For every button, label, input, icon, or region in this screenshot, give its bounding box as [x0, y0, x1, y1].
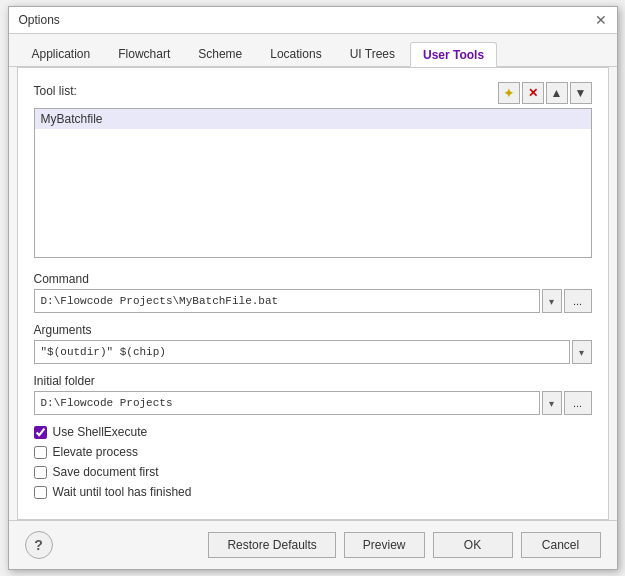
- preview-button[interactable]: Preview: [344, 532, 425, 558]
- tool-list-header: Tool list: ✦ ✕ ▲ ▼: [34, 82, 592, 104]
- dropdown-icon: ▾: [579, 347, 584, 358]
- down-arrow-icon: ▼: [575, 86, 587, 100]
- tool-list-buttons: ✦ ✕ ▲ ▼: [498, 82, 592, 104]
- options-dialog: Options ✕ Application Flowchart Scheme L…: [8, 6, 618, 570]
- checkbox-use-shell-execute-row: Use ShellExecute: [34, 425, 592, 439]
- arguments-input-group: ▾: [34, 340, 592, 364]
- dialog-title: Options: [19, 13, 60, 27]
- tab-user-tools[interactable]: User Tools: [410, 42, 497, 67]
- tool-list-label: Tool list:: [34, 84, 77, 98]
- footer: ? Restore Defaults Preview OK Cancel: [9, 520, 617, 569]
- add-tool-button[interactable]: ✦: [498, 82, 520, 104]
- tab-locations[interactable]: Locations: [257, 42, 334, 66]
- tool-list-box: MyBatchfile: [34, 108, 592, 258]
- footer-left: ?: [25, 531, 53, 559]
- arguments-input[interactable]: [34, 340, 570, 364]
- cancel-button[interactable]: Cancel: [521, 532, 601, 558]
- elevate-process-checkbox[interactable]: [34, 446, 47, 459]
- initial-folder-field-row: Initial folder ▾ ...: [34, 374, 592, 415]
- arguments-dropdown-button[interactable]: ▾: [572, 340, 592, 364]
- help-button[interactable]: ?: [25, 531, 53, 559]
- checkbox-elevate-process-row: Elevate process: [34, 445, 592, 459]
- checkbox-save-document-row: Save document first: [34, 465, 592, 479]
- elevate-process-label: Elevate process: [53, 445, 138, 459]
- dropdown-icon: ▾: [549, 398, 554, 409]
- ok-button[interactable]: OK: [433, 532, 513, 558]
- command-dropdown-button[interactable]: ▾: [542, 289, 562, 313]
- command-input-group: ▾ ...: [34, 289, 592, 313]
- footer-right: Restore Defaults Preview OK Cancel: [208, 532, 600, 558]
- wait-until-finished-label: Wait until tool has finished: [53, 485, 192, 499]
- remove-tool-button[interactable]: ✕: [522, 82, 544, 104]
- checkbox-wait-until-finished-row: Wait until tool has finished: [34, 485, 592, 499]
- use-shell-execute-label: Use ShellExecute: [53, 425, 148, 439]
- move-up-button[interactable]: ▲: [546, 82, 568, 104]
- initial-folder-browse-button[interactable]: ...: [564, 391, 592, 415]
- initial-folder-input-group: ▾ ...: [34, 391, 592, 415]
- command-browse-button[interactable]: ...: [564, 289, 592, 313]
- initial-folder-label: Initial folder: [34, 374, 592, 388]
- command-field-row: Command ▾ ...: [34, 272, 592, 313]
- title-bar: Options ✕: [9, 7, 617, 34]
- up-arrow-icon: ▲: [551, 86, 563, 100]
- arguments-label: Arguments: [34, 323, 592, 337]
- save-document-first-checkbox[interactable]: [34, 466, 47, 479]
- restore-defaults-button[interactable]: Restore Defaults: [208, 532, 335, 558]
- remove-icon: ✕: [528, 86, 538, 100]
- tab-scheme[interactable]: Scheme: [185, 42, 255, 66]
- initial-folder-dropdown-button[interactable]: ▾: [542, 391, 562, 415]
- add-icon: ✦: [503, 85, 515, 101]
- command-input[interactable]: [34, 289, 540, 313]
- save-document-first-label: Save document first: [53, 465, 159, 479]
- dropdown-icon: ▾: [549, 296, 554, 307]
- move-down-button[interactable]: ▼: [570, 82, 592, 104]
- initial-folder-input[interactable]: [34, 391, 540, 415]
- arguments-field-row: Arguments ▾: [34, 323, 592, 364]
- browse-icon: ...: [573, 295, 582, 307]
- wait-until-finished-checkbox[interactable]: [34, 486, 47, 499]
- tab-flowchart[interactable]: Flowchart: [105, 42, 183, 66]
- tab-ui-trees[interactable]: UI Trees: [337, 42, 408, 66]
- tab-application[interactable]: Application: [19, 42, 104, 66]
- use-shell-execute-checkbox[interactable]: [34, 426, 47, 439]
- list-item[interactable]: MyBatchfile: [35, 109, 591, 129]
- content-area: Tool list: ✦ ✕ ▲ ▼ MyBatchfile Comma: [17, 67, 609, 520]
- tab-bar: Application Flowchart Scheme Locations U…: [9, 34, 617, 67]
- close-button[interactable]: ✕: [595, 13, 607, 27]
- command-label: Command: [34, 272, 592, 286]
- browse-icon: ...: [573, 397, 582, 409]
